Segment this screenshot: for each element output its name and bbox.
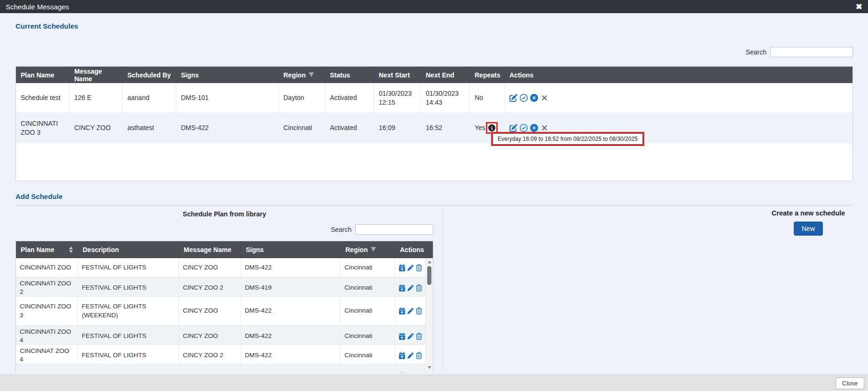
cell-message-name: CINCY ZOO 2 <box>179 277 241 298</box>
search-label: Search <box>331 226 352 233</box>
delete-plan-icon[interactable] <box>416 284 422 291</box>
cell-plan-name: CINCINNATI ZOO <box>16 258 78 277</box>
table-header-row: Plan Name Description Message Name Signs… <box>16 241 433 258</box>
cell-message-name: CINCY ZOO <box>70 113 123 143</box>
col-message-name: Message Name <box>70 67 123 83</box>
filter-icon[interactable] <box>371 246 376 253</box>
deactivate-icon[interactable] <box>530 124 538 132</box>
col-region: Region <box>279 67 325 83</box>
library-table: Plan Name Description Message Name Signs… <box>16 241 433 372</box>
annotation-red-box: Everyday 16:09 to 16:52 from 08/22/2025 … <box>491 132 644 146</box>
library-search: Search <box>16 224 433 235</box>
cell-region: Cincinnati <box>341 277 395 298</box>
table-row: CINCINNATI ZOO 2 FESTIVAL OF LIGHTS CINC… <box>16 277 433 297</box>
search-input[interactable] <box>770 47 853 57</box>
col-description: Description <box>78 241 179 258</box>
edit-schedule-icon[interactable] <box>509 94 517 102</box>
cell-message-name: CINCY ZOO <box>179 297 241 325</box>
library-search-input[interactable] <box>355 224 433 235</box>
cell-next-start: 16:09 <box>374 113 421 143</box>
delete-icon[interactable] <box>540 124 548 132</box>
filter-icon[interactable] <box>309 71 314 79</box>
schedule-plan-icon[interactable] <box>399 284 405 291</box>
scrollbar-down-icon[interactable] <box>428 366 431 369</box>
close-icon[interactable]: ✖ <box>856 3 862 11</box>
delete-plan-icon[interactable] <box>416 352 422 359</box>
schedule-plan-icon[interactable] <box>399 372 406 373</box>
schedule-plan-icon[interactable] <box>399 333 405 340</box>
new-button[interactable]: New <box>794 222 823 236</box>
close-button[interactable]: Close <box>836 377 864 389</box>
col-region: Region <box>341 241 395 258</box>
table-header-row: Plan Name Message Name Scheduled By Sign… <box>16 67 852 83</box>
library-title: Schedule Plan from library <box>16 210 433 218</box>
col-repeats: Repeats <box>470 67 505 83</box>
edit-plan-icon[interactable] <box>407 264 414 271</box>
cell-plan-name: CINCINNATI ZOO 3 <box>16 113 70 143</box>
table-row-partial <box>16 364 433 373</box>
cell-status: Activated <box>325 83 374 113</box>
edit-plan-icon[interactable] <box>407 284 414 291</box>
cell-signs: DMS-422 <box>176 113 279 143</box>
current-schedules-search: Search <box>746 47 853 57</box>
library-scrollbar[interactable] <box>425 258 433 371</box>
col-message-name: Message Name <box>179 241 241 258</box>
info-icon[interactable] <box>488 124 495 131</box>
col-actions: Actions <box>505 67 852 83</box>
sort-icon[interactable] <box>69 246 73 253</box>
add-schedule-heading: Add Schedule <box>16 192 63 200</box>
cell-message-name: CINCY ZOO <box>179 326 241 346</box>
modal-footer: Close <box>0 375 868 391</box>
schedule-plan-icon[interactable] <box>399 307 405 314</box>
cell-signs: DMS-422 <box>241 297 341 325</box>
cell-message-name: CINCY ZOO <box>179 258 241 277</box>
delete-icon[interactable] <box>540 94 548 102</box>
cell-region: Cincinnati <box>341 258 395 277</box>
edit-plan-icon[interactable] <box>407 352 414 359</box>
modal-title: Schedule Messages <box>6 3 69 11</box>
cell-actions <box>395 297 426 325</box>
cell-plan-name: CINCINNATI ZOO 4 <box>16 326 78 346</box>
modal-body: Current Schedules Search Plan Name Messa… <box>0 13 868 375</box>
repeat-tooltip: Everyday 16:09 to 16:52 from 08/22/2025 … <box>493 133 643 145</box>
activate-icon[interactable] <box>520 94 528 102</box>
cell-next-end: 01/30/2023 14:43 <box>421 83 470 113</box>
table-row: CINCINNATI ZOO FESTIVAL OF LIGHTS CINCY … <box>16 258 433 277</box>
current-schedules-heading: Current Schedules <box>16 22 78 30</box>
col-actions: Actions <box>395 241 433 258</box>
edit-schedule-icon[interactable] <box>509 124 517 132</box>
section-divider <box>16 205 853 206</box>
cell-actions <box>395 345 426 366</box>
schedule-plan-icon[interactable] <box>399 264 405 271</box>
cell-plan-name: CINCINNAT ZOO 4 <box>16 345 78 366</box>
col-next-start: Next Start <box>374 67 421 83</box>
scrollbar-up-icon[interactable] <box>428 261 431 263</box>
cell-signs: DMS-101 <box>176 83 279 113</box>
cell-next-end: 16:52 <box>421 113 470 143</box>
edit-plan-icon[interactable] <box>407 333 414 340</box>
col-signs: Signs <box>241 241 341 258</box>
cell-region: Dayton <box>279 83 325 113</box>
cell-region: Cincinnati <box>341 297 395 325</box>
delete-plan-icon[interactable] <box>416 264 422 271</box>
col-plan-name: Plan Name <box>16 241 78 258</box>
delete-plan-icon[interactable] <box>416 333 422 340</box>
col-scheduled-by: Scheduled By <box>123 67 176 83</box>
cell-signs: DMS-422 <box>241 258 341 277</box>
cell-signs: DMS-419 <box>241 277 341 298</box>
cell-scheduled-by: asthatest <box>123 113 176 143</box>
cell-region: Cincinnati <box>341 345 395 366</box>
modal-titlebar: Schedule Messages ✖ <box>0 0 868 13</box>
schedule-plan-icon[interactable] <box>399 352 405 359</box>
cell-actions <box>395 364 426 373</box>
scrollbar-thumb[interactable] <box>427 266 431 285</box>
delete-plan-icon[interactable] <box>416 307 422 314</box>
edit-plan-icon[interactable] <box>407 307 414 314</box>
deactivate-icon[interactable] <box>530 94 538 102</box>
cell-plan-name: Schedule test <box>16 83 70 113</box>
cell-description: FESTIVAL OF LIGHTS <box>78 258 179 277</box>
cell-plan-name: CINCINNATI ZOO 3 <box>16 297 78 325</box>
activate-icon[interactable] <box>520 124 528 132</box>
cell-region: Cincinnati <box>279 113 325 143</box>
cell-message-name: 126 E <box>70 83 123 113</box>
